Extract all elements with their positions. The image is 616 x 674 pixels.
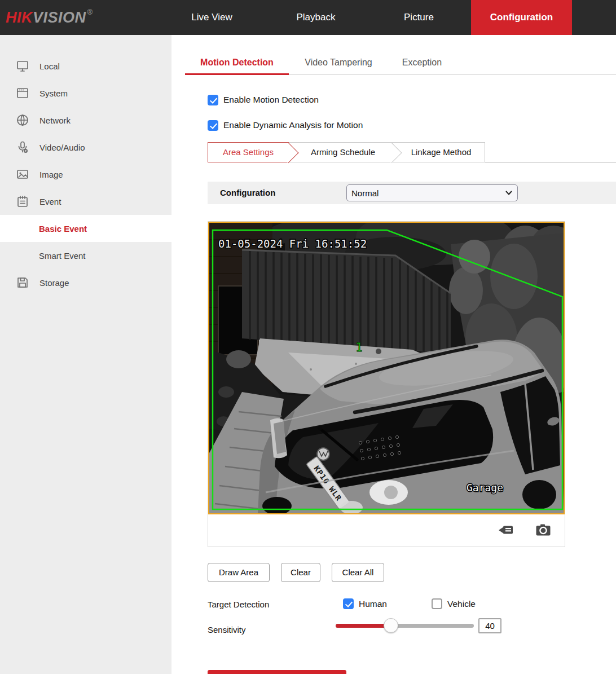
tab-video-tampering[interactable]: Video Tampering [289, 53, 388, 72]
sidebar-item-label: Event [39, 197, 61, 206]
configuration-row: Configuration Normal [208, 182, 616, 204]
floppy-disk-icon [16, 276, 29, 289]
clear-button[interactable]: Clear [281, 563, 320, 582]
sensitivity-thumb[interactable] [384, 618, 398, 633]
draw-area-button[interactable]: Draw Area [208, 563, 270, 582]
sidebar-item-event[interactable]: Event [0, 188, 171, 215]
nav-playback[interactable]: Playback [282, 0, 350, 35]
top-bar: HIKVISION® Live View Playback Picture Co… [0, 0, 616, 35]
motion-area-canvas[interactable]: KP10 WLR 1 01-05-2024 Fri 16:51:52 Garag… [208, 222, 565, 514]
logo-hik: HIK [6, 9, 33, 27]
nav-picture[interactable]: Picture [389, 0, 448, 35]
sensitivity-value-input[interactable] [478, 618, 501, 633]
record-video-icon[interactable] [498, 524, 514, 536]
clear-all-button[interactable]: Clear All [332, 563, 384, 582]
image-icon [16, 168, 29, 181]
tab-divider-line [289, 74, 616, 75]
sidebar-item-storage[interactable]: Storage [0, 269, 171, 296]
sensitivity-slider[interactable] [336, 624, 474, 628]
sensitivity-fill [336, 624, 391, 628]
camera-preview-panel: KP10 WLR 1 01-05-2024 Fri 16:51:52 Garag… [208, 221, 565, 547]
event-notepad-icon [16, 195, 29, 208]
sensitivity-label: Sensitivity [208, 625, 246, 635]
subtab-bar-filler [485, 142, 616, 163]
save-button-partial[interactable] [208, 670, 346, 674]
human-checkbox[interactable] [343, 598, 354, 609]
enable-motion-detection-row: Enable Motion Detection [208, 94, 319, 106]
human-label: Human [359, 599, 387, 609]
microphone-icon [16, 140, 29, 154]
sidebar-item-video-audio[interactable]: Video/Audio [0, 134, 171, 161]
sidebar-item-system[interactable]: System [0, 80, 171, 107]
window-icon [16, 86, 29, 100]
nav-configuration[interactable]: Configuration [471, 0, 572, 35]
svg-text:1: 1 [355, 341, 363, 354]
svg-text:Garage: Garage [467, 482, 503, 494]
preview-toolbar [208, 514, 565, 547]
vehicle-label: Vehicle [447, 599, 476, 609]
sidebar-item-label: Storage [39, 278, 69, 288]
sidebar-item-smart-event[interactable]: Smart Event [0, 242, 171, 269]
enable-dynamic-analysis-label: Enable Dynamic Analysis for Motion [223, 120, 363, 130]
subtab-area-settings[interactable]: Area Settings [208, 142, 289, 162]
hikvision-configuration-page: HIKVISION® Live View Playback Picture Co… [0, 0, 616, 674]
enable-motion-detection-label: Enable Motion Detection [223, 95, 319, 105]
sidebar: Local System Network Video/Audio Image [0, 35, 171, 674]
svg-text:01-05-2024 Fri 16:51:52: 01-05-2024 Fri 16:51:52 [218, 237, 367, 250]
configuration-select-wrap: Normal [346, 184, 518, 201]
target-detection-label: Target Detection [208, 600, 269, 609]
active-tab-underline [185, 73, 289, 75]
configuration-label: Configuration [220, 182, 275, 204]
sidebar-item-label: Basic Event [39, 224, 87, 234]
sidebar-item-network[interactable]: Network [0, 107, 171, 134]
logo-vision: VISION [33, 9, 86, 27]
configuration-select[interactable]: Normal [346, 184, 518, 201]
sidebar-item-label: System [39, 89, 68, 98]
tab-motion-detection[interactable]: Motion Detection [185, 53, 289, 72]
logo-registered-mark: ® [87, 8, 93, 16]
hikvision-logo: HIKVISION® [6, 0, 93, 35]
sidebar-item-image[interactable]: Image [0, 161, 171, 188]
sidebar-item-local[interactable]: Local [0, 52, 171, 80]
sidebar-item-basic-event[interactable]: Basic Event [0, 215, 171, 242]
enable-dynamic-analysis-checkbox[interactable] [208, 120, 218, 131]
sidebar-item-label: Video/Audio [39, 143, 85, 152]
sidebar-item-label: Image [39, 170, 63, 179]
vehicle-checkbox[interactable] [432, 598, 442, 609]
nav-live-view[interactable]: Live View [179, 0, 244, 35]
target-human-option: Human [343, 598, 387, 609]
sidebar-item-label: Network [39, 116, 71, 125]
sidebar-item-label: Local [39, 61, 60, 71]
sidebar-item-label: Smart Event [39, 251, 86, 261]
subtab-linkage-method[interactable]: Linkage Method [392, 142, 485, 162]
tab-exception[interactable]: Exception [388, 53, 456, 72]
area-subtab-bar: Area Settings Arming Schedule Linkage Me… [208, 142, 616, 163]
enable-dynamic-analysis-row: Enable Dynamic Analysis for Motion [208, 119, 363, 131]
capture-photo-icon[interactable] [535, 524, 551, 536]
subtab-arming-schedule[interactable]: Arming Schedule [289, 142, 392, 162]
cctv-scene: KP10 WLR 1 01-05-2024 Fri 16:51:52 Garag… [209, 223, 564, 513]
target-vehicle-option: Vehicle [432, 598, 476, 609]
enable-motion-detection-checkbox[interactable] [208, 95, 218, 105]
globe-icon [16, 113, 29, 127]
monitor-icon [16, 59, 29, 73]
